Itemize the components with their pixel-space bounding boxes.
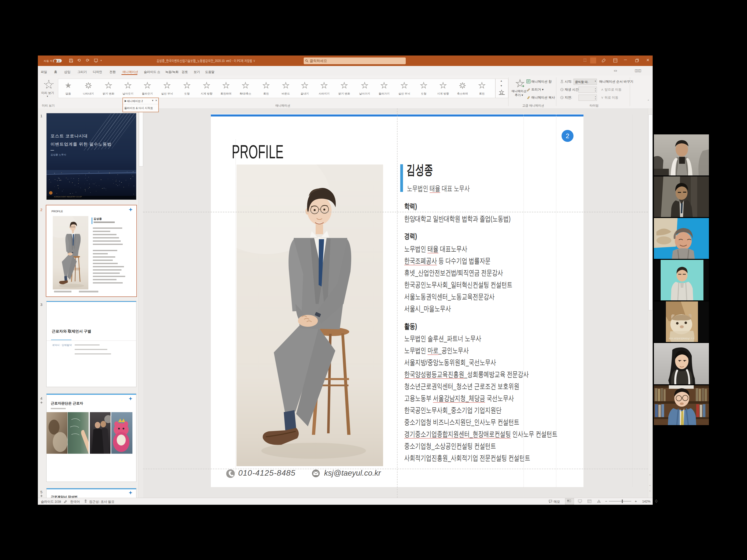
svg-text:히야 쉬엄쉬엄하라냥 ㅋㅋ: 히야 쉬엄쉬엄하라냥 ㅋㅋ [669,337,695,340]
svg-text:KOREA EVENT INDUSTRY CO-OP: KOREA EVENT INDUSTRY CO-OP [54,196,82,198]
